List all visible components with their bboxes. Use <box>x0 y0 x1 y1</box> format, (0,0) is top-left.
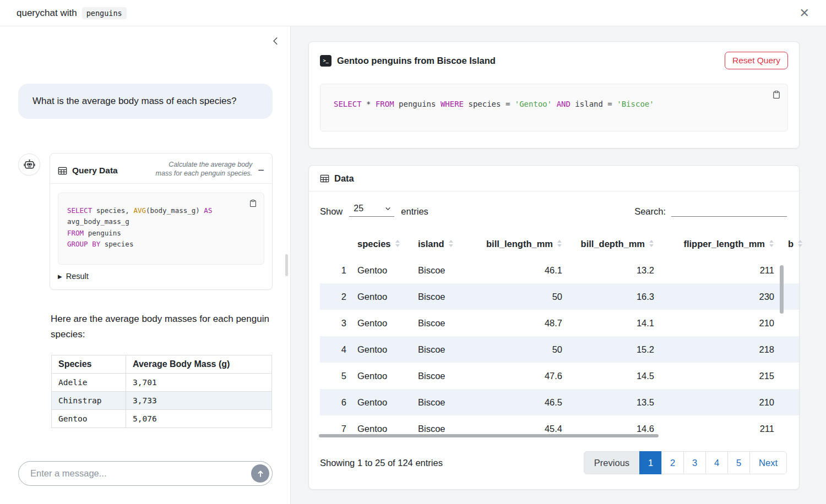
vertical-scrollbar[interactable] <box>780 265 784 314</box>
sql-token: species = <box>464 100 515 108</box>
cell: Biscoe <box>407 257 462 283</box>
horizontal-scrollbar[interactable] <box>319 434 659 437</box>
search-input[interactable] <box>671 202 787 217</box>
sort-icon[interactable] <box>449 240 454 247</box>
result-disclosure[interactable]: ▶ Result <box>58 272 89 281</box>
entries-label: entries <box>401 206 428 217</box>
cell: Biscoe <box>407 363 462 389</box>
next-button[interactable]: Next <box>749 451 787 474</box>
table-row: Gentoo5,076 <box>52 410 272 428</box>
table-row: 3GentooBiscoe48.714.1210 <box>320 310 799 336</box>
column-label: b <box>788 239 794 249</box>
copy-button[interactable] <box>771 89 782 100</box>
page-button-5[interactable]: 5 <box>727 451 750 474</box>
page-length-control: Show 25 entries <box>320 202 428 217</box>
assistant-message: Here are the average body masses for eac… <box>51 311 273 342</box>
header-row: speciesislandbill_length_mmbill_depth_mm… <box>320 239 800 257</box>
query-data-card-header: Query Data Calculate the average body ma… <box>50 154 272 184</box>
cell: Biscoe <box>407 389 462 415</box>
cell: 6 <box>320 389 346 415</box>
cell: Chinstrap <box>52 392 126 410</box>
page-button-2[interactable]: 2 <box>661 451 684 474</box>
sql-code-block-main: SELECT * FROM penguins WHERE species = '… <box>320 84 788 132</box>
sql-token: AND <box>557 100 570 108</box>
data-table-body: 1GentooBiscoe46.113.22112GentooBiscoe501… <box>320 257 799 440</box>
send-button[interactable] <box>251 464 269 483</box>
table-icon <box>58 166 67 176</box>
cell: 3 <box>320 310 346 336</box>
data-table-header: speciesislandbill_length_mmbill_depth_mm… <box>320 239 799 257</box>
cell <box>774 310 799 336</box>
column-header-bill_depth_mm[interactable]: bill_depth_mm <box>562 239 654 257</box>
sort-icon[interactable] <box>769 240 774 247</box>
search-control: Search: <box>634 202 787 217</box>
cell: 47.6 <box>462 363 562 389</box>
clipboard-icon <box>249 199 257 207</box>
reset-query-button[interactable]: Reset Query <box>725 52 788 69</box>
cell: Gentoo <box>346 336 407 363</box>
triangle-right-icon: ▶ <box>58 273 62 280</box>
sql-token: 'Gentoo' <box>515 100 552 108</box>
sql-token: avg_body_mass_g <box>67 217 129 226</box>
sort-icon[interactable] <box>395 240 400 247</box>
cell: Biscoe <box>407 336 462 363</box>
column-header-b[interactable]: b <box>774 239 800 257</box>
column-label: Average Body Mass (g) <box>133 359 230 369</box>
sort-icon[interactable] <box>798 240 803 247</box>
cell: Gentoo <box>346 389 407 415</box>
species-mass-table: SpeciesAverage Body Mass (g)Adelie3,701C… <box>51 355 272 428</box>
column-header-flipper_length_mm[interactable]: flipper_length_mm <box>654 239 774 257</box>
query-card-title-group: >_ Gentoo penguins from Biscoe Island <box>320 55 496 67</box>
sql-token: penguins <box>394 100 441 108</box>
column-header-island[interactable]: island <box>407 239 462 257</box>
sql-token: species <box>100 240 133 248</box>
previous-button[interactable]: Previous <box>584 451 640 474</box>
collapse-sidebar-button[interactable] <box>269 34 282 48</box>
data-card-title: Data <box>334 173 354 184</box>
column-header-bill_length_mm[interactable]: bill_length_mm <box>462 239 562 257</box>
cell: 3,733 <box>126 392 272 410</box>
table-row: 2GentooBiscoe5016.3230 <box>320 283 799 310</box>
sql-token: GROUP BY <box>67 240 100 248</box>
cell <box>774 283 799 310</box>
collapse-card-button[interactable]: − <box>258 165 264 176</box>
table-info: Showing 1 to 25 of 124 entries <box>320 458 443 468</box>
column-label: bill_length_mm <box>486 239 553 249</box>
main-panel: >_ Gentoo penguins from Biscoe Island Re… <box>291 26 826 504</box>
page-length-select[interactable]: 25 <box>349 202 394 217</box>
column-header-Species: Species <box>52 355 126 374</box>
cell: 210 <box>654 389 774 415</box>
cell: Gentoo <box>346 283 407 310</box>
copy-button[interactable] <box>248 198 258 209</box>
query-data-header-right: Calculate the average body mass for each… <box>153 160 264 178</box>
page-button-1[interactable]: 1 <box>639 451 662 474</box>
sort-icon[interactable] <box>557 240 562 247</box>
column-label: flipper_length_mm <box>683 239 765 249</box>
sql-line: SELECT species, AVG(body_mass_g) AS <box>67 205 255 216</box>
cell: 14.1 <box>562 310 654 336</box>
cell: 14.5 <box>562 363 654 389</box>
chat-message-input[interactable] <box>18 461 273 486</box>
top-bar: querychat with penguins ✕ <box>0 0 826 26</box>
chevron-left-icon <box>271 36 280 46</box>
chat-scrollbar[interactable] <box>285 254 288 276</box>
page-button-3[interactable]: 3 <box>683 451 706 474</box>
data-card-header: Data <box>309 166 799 191</box>
table-row: 5GentooBiscoe47.614.5215 <box>320 363 799 389</box>
sort-icon[interactable] <box>649 240 654 247</box>
sql-token: WHERE <box>441 100 464 108</box>
cell: Adelie <box>52 374 126 392</box>
column-label: species <box>357 239 391 249</box>
sql-token: penguins <box>84 229 121 237</box>
page-button-4[interactable]: 4 <box>705 451 728 474</box>
data-card: Data Show 25 entries Search: speciesisla… <box>308 165 800 490</box>
close-icon[interactable]: ✕ <box>795 5 814 21</box>
column-header-species[interactable]: species <box>346 239 407 257</box>
query-data-card-body: SELECT species, AVG(body_mass_g) ASavg_b… <box>50 184 272 289</box>
cell: Gentoo <box>346 310 407 336</box>
cell: 210 <box>654 310 774 336</box>
sql-line: FROM penguins <box>67 228 255 239</box>
cell: 13.2 <box>562 257 654 283</box>
sql-line: GROUP BY species <box>67 239 255 250</box>
app-title-text: querychat with <box>17 8 77 19</box>
